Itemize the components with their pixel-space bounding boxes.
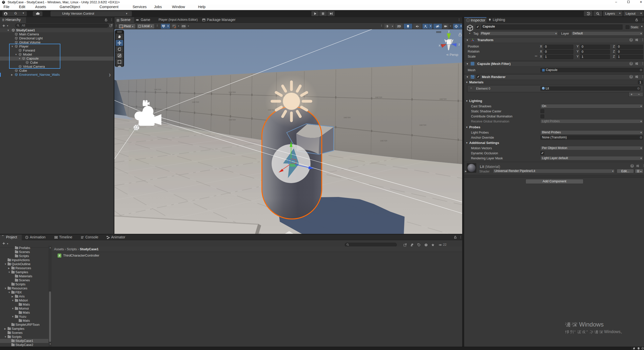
- svg-text:1METER: 1METER: [439, 98, 447, 100]
- svg-text:y: y: [448, 29, 450, 33]
- svg-text:Y: Y: [163, 26, 164, 28]
- svg-text:x: x: [439, 43, 440, 47]
- svg-text:z: z: [458, 42, 460, 46]
- svg-text:1METER: 1METER: [419, 124, 426, 126]
- svg-text:1METER: 1METER: [229, 91, 236, 93]
- svg-text:1METER: 1METER: [343, 117, 351, 118]
- svg-text:1METER: 1METER: [229, 119, 236, 121]
- svg-text:1METER: 1METER: [375, 96, 382, 98]
- svg-text:⋖ Persp: ⋖ Persp: [446, 53, 458, 57]
- svg-text:1METER: 1METER: [380, 140, 387, 142]
